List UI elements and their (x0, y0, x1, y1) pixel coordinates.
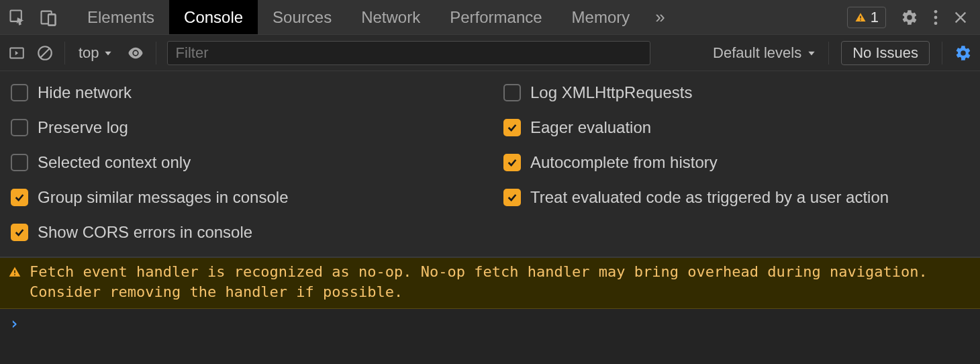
filter-input[interactable] (167, 41, 650, 65)
console-toolbar: top Default levels No Issues (0, 35, 980, 71)
log-levels-selector[interactable]: Default levels (713, 44, 816, 62)
tabbar-right-tools: 1 (847, 0, 980, 34)
live-expression-icon[interactable] (126, 44, 145, 62)
checkbox-hide-network[interactable]: Hide network (11, 83, 477, 102)
svg-rect-5 (860, 19, 861, 21)
svg-rect-12 (14, 274, 15, 275)
clear-console-icon[interactable] (36, 44, 54, 62)
more-tabs-button[interactable]: » (644, 0, 675, 34)
tab-label: Performance (450, 8, 542, 27)
close-icon[interactable] (953, 10, 968, 25)
checkbox-label: Selected context only (38, 153, 191, 172)
toggle-sidebar-icon[interactable] (8, 44, 26, 62)
toolbar-right: Default levels No Issues (713, 41, 972, 65)
tab-label: Console (184, 8, 243, 27)
checkbox-label: Treat evaluated code as triggered by a u… (530, 188, 889, 207)
levels-label: Default levels (713, 44, 801, 62)
checkbox-log-xhr[interactable]: Log XMLHttpRequests (503, 83, 969, 102)
warnings-count-pill[interactable]: 1 (847, 7, 886, 28)
checkbox-show-cors-errors[interactable]: Show CORS errors in console (11, 223, 477, 242)
tab-label: Elements (87, 8, 154, 27)
tab-memory[interactable]: Memory (557, 0, 645, 34)
console-prompt[interactable]: › (0, 309, 980, 338)
chevron-down-icon (103, 48, 113, 58)
tab-performance[interactable]: Performance (435, 0, 556, 34)
svg-rect-4 (860, 15, 861, 18)
console-settings-gear-icon[interactable] (954, 44, 972, 62)
svg-point-7 (934, 15, 938, 19)
chevron-down-icon (807, 48, 816, 58)
warnings-count: 1 (871, 9, 879, 26)
tab-sources[interactable]: Sources (258, 0, 346, 34)
checkbox-label: Group similar messages in console (38, 188, 289, 207)
checkbox-eager-evaluation[interactable]: Eager evaluation (503, 118, 969, 137)
console-warning-entry[interactable]: Fetch event handler is recognized as no-… (0, 258, 980, 309)
tabbar-left-tools (0, 0, 66, 34)
checkbox-label: Eager evaluation (530, 118, 651, 137)
execution-context-selector[interactable]: top (76, 44, 115, 62)
tab-label: Memory (572, 8, 630, 27)
warning-icon (8, 264, 21, 284)
settings-gear-icon[interactable] (901, 9, 918, 26)
panel-tabs: Elements Console Sources Network Perform… (72, 0, 676, 34)
tab-label: Network (361, 8, 420, 27)
tab-label: Sources (273, 8, 332, 27)
checkbox-preserve-log[interactable]: Preserve log (11, 118, 477, 137)
tab-console[interactable]: Console (169, 0, 258, 34)
checkbox-label: Hide network (38, 83, 132, 102)
warning-icon (854, 11, 867, 24)
console-settings-panel: Hide network Preserve log Selected conte… (0, 71, 980, 258)
settings-left-column: Hide network Preserve log Selected conte… (11, 83, 477, 242)
issues-label: No Issues (852, 44, 918, 61)
checkbox-label: Autocomplete from history (530, 153, 718, 172)
checkbox-label: Show CORS errors in console (38, 223, 252, 242)
warning-text: Fetch event handler is recognized as no-… (30, 262, 972, 302)
settings-right-column: Log XMLHttpRequests Eager evaluation Aut… (503, 83, 969, 242)
toolbar-separator (828, 42, 829, 64)
checkbox-autocomplete-history[interactable]: Autocomplete from history (503, 153, 969, 172)
issues-button[interactable]: No Issues (841, 41, 930, 65)
prompt-chevron-icon: › (9, 314, 19, 333)
checkbox-user-action-eval[interactable]: Treat evaluated code as triggered by a u… (503, 188, 969, 207)
svg-rect-2 (48, 14, 56, 25)
svg-point-8 (934, 21, 938, 25)
checkbox-label: Preserve log (38, 118, 128, 137)
checkbox-selected-context-only[interactable]: Selected context only (11, 153, 477, 172)
toolbar-separator (64, 42, 65, 64)
devtools-tabbar: Elements Console Sources Network Perform… (0, 0, 980, 35)
chevron-right-icon: » (655, 7, 665, 28)
toolbar-separator (942, 42, 942, 64)
svg-rect-11 (14, 271, 15, 273)
checkbox-group-similar[interactable]: Group similar messages in console (11, 188, 477, 207)
toolbar-separator (156, 42, 156, 64)
device-toggle-icon[interactable] (39, 8, 58, 27)
tab-network[interactable]: Network (346, 0, 435, 34)
kebab-menu-icon[interactable] (933, 9, 938, 26)
context-label: top (79, 44, 99, 62)
svg-point-6 (934, 9, 938, 13)
checkbox-label: Log XMLHttpRequests (530, 83, 692, 102)
tab-elements[interactable]: Elements (72, 0, 169, 34)
inspect-element-icon[interactable] (8, 8, 27, 27)
